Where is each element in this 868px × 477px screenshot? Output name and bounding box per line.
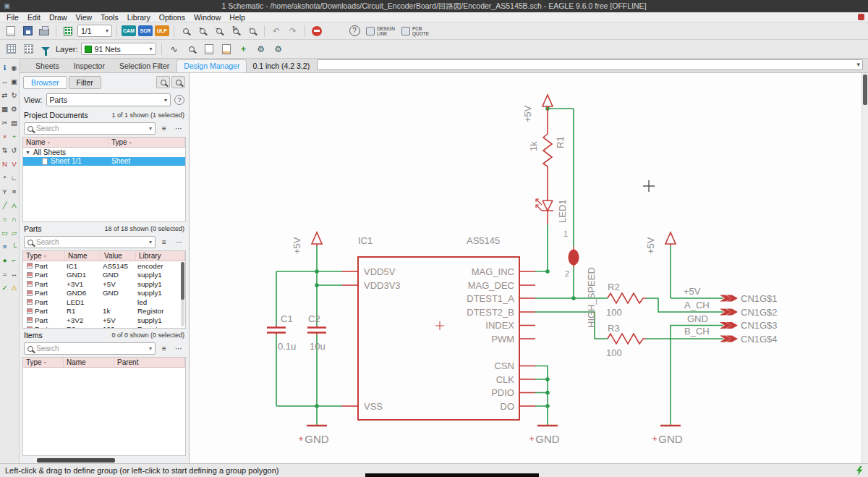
preferences-button[interactable]: ⚙: [271, 42, 286, 56]
panel-help-button[interactable]: ?: [174, 95, 184, 105]
gnd-label-left[interactable]: GND: [305, 433, 329, 445]
subtab-filter[interactable]: Filter: [69, 76, 101, 89]
layer-select[interactable]: 91 Nets ▾: [81, 43, 156, 55]
resistor-r2[interactable]: [608, 293, 646, 303]
tool-errors-button[interactable]: ⚠: [9, 281, 19, 295]
tool-junction-button[interactable]: ●: [0, 253, 9, 267]
menu-tools[interactable]: Tools: [96, 13, 123, 22]
tool-miter-button[interactable]: ∟: [9, 171, 19, 185]
tool-erc-button[interactable]: ✓: [0, 281, 9, 295]
tool-name-button[interactable]: N: [0, 157, 9, 171]
schematic-canvas[interactable]: IC1 AS5145 C1 0.1u C2 10u +5V +5V +5V 1k…: [190, 73, 868, 463]
cam-button[interactable]: CAM: [122, 25, 136, 36]
tool-display-button[interactable]: ◉: [9, 61, 19, 75]
ic-name-label[interactable]: IC1: [358, 235, 373, 246]
parts-table-row[interactable]: PartR2100Registor: [23, 325, 185, 329]
new-document-button[interactable]: [4, 24, 18, 38]
r2-value-label[interactable]: 100: [606, 307, 622, 318]
tool-group-button[interactable]: ▦: [0, 102, 9, 116]
tool-add-button[interactable]: +: [9, 130, 19, 143]
menu-window[interactable]: Window: [190, 13, 225, 22]
tree-root-row[interactable]: ▼ All Sheets: [23, 148, 185, 157]
tool-circle-button[interactable]: ○: [0, 212, 9, 226]
subtab-browser[interactable]: Browser: [23, 76, 67, 89]
tool-text-button[interactable]: A: [9, 198, 19, 212]
tool-copy-button[interactable]: ▣: [9, 75, 19, 88]
tool-rotate-button[interactable]: ↻: [9, 88, 19, 102]
connector-name-label[interactable]: CN1G$4: [741, 334, 778, 345]
parts-table-row[interactable]: PartR11kRegistor: [23, 307, 185, 316]
tool-label-button[interactable]: ⌐: [9, 253, 19, 267]
tool-move-button[interactable]: ↔: [0, 75, 9, 88]
tool-replace-button[interactable]: ↺: [9, 143, 19, 157]
list-options-button[interactable]: ≡: [158, 123, 170, 135]
high-speed-net-label[interactable]: HIGH_SPEED: [586, 267, 597, 328]
more-options-button[interactable]: ⋯: [173, 123, 184, 135]
led-led1[interactable]: [536, 194, 553, 224]
canvas-scrollbar[interactable]: [861, 73, 868, 463]
c2-value-label[interactable]: 10u: [310, 341, 326, 352]
schematic-drawing[interactable]: IC1 AS5145 C1 0.1u C2 10u +5V +5V +5V 1k…: [190, 73, 868, 463]
c2-name-label[interactable]: C2: [308, 313, 320, 324]
connector-name-label[interactable]: CN1G$2: [741, 307, 778, 318]
parts-table-row[interactable]: Part+3V2+5Vsupply1: [23, 316, 185, 325]
net-label-5v[interactable]: +5V: [684, 286, 701, 297]
grid-button[interactable]: [4, 42, 18, 56]
tool-delete-button[interactable]: ×: [0, 130, 9, 143]
tool-split-button[interactable]: Y: [0, 185, 9, 198]
parts-search-input[interactable]: Search ▾: [24, 236, 156, 248]
resistor-r1[interactable]: [543, 109, 552, 194]
menu-view[interactable]: View: [72, 13, 97, 22]
zoom-in-button[interactable]: +: [195, 24, 210, 38]
zoom-net-button[interactable]: [184, 42, 199, 56]
zoom-fit-button[interactable]: [179, 24, 193, 38]
parts-table-row[interactable]: Part+3V1+5Vsupply1: [23, 279, 185, 289]
parts-table-row[interactable]: PartGND1GNDsupply1: [23, 271, 185, 280]
tool-polygon-button[interactable]: ▱: [9, 226, 19, 240]
r2-name-label[interactable]: R2: [608, 282, 620, 292]
menu-draw[interactable]: Draw: [45, 13, 72, 22]
tool-dimension-button[interactable]: ↔: [9, 267, 19, 281]
grid-dots-button[interactable]: [21, 42, 35, 56]
tab-selection-filter[interactable]: Selection Filter: [112, 59, 176, 72]
tool-mirror-button[interactable]: ⇄: [0, 88, 9, 102]
help-button[interactable]: ?: [347, 24, 362, 38]
project-search-input[interactable]: Search ▾: [24, 122, 156, 135]
tool-rect-button[interactable]: ▭: [0, 226, 9, 240]
tool-invoke-button[interactable]: ≡: [9, 185, 19, 198]
ic-value-label[interactable]: AS5145: [467, 235, 500, 246]
save-button[interactable]: [20, 24, 35, 38]
capacitor-c1[interactable]: [267, 326, 286, 335]
sheet-thumbnails-button[interactable]: [61, 24, 75, 38]
scrollbar-thumb[interactable]: [181, 262, 184, 300]
design-link-button[interactable]: DESIGN LINK: [364, 26, 397, 36]
parts-table-row[interactable]: PartGND6GNDsupply1: [23, 289, 185, 298]
sheet-selector[interactable]: 1/1 ▾: [77, 25, 112, 37]
vcc-label-right[interactable]: +5V: [645, 237, 656, 254]
zoom-select-button[interactable]: ▫: [245, 24, 260, 38]
tool-bus-button[interactable]: ≡: [0, 240, 9, 253]
resistor-r3[interactable]: [608, 334, 646, 344]
tab-inspector[interactable]: Inspector: [67, 59, 112, 72]
undo-button[interactable]: ↶: [269, 24, 284, 38]
scr-button[interactable]: SCR: [138, 25, 153, 36]
tool-paste-button[interactable]: ▤: [9, 116, 19, 130]
more-options-button[interactable]: ⋯: [173, 343, 184, 355]
connector-name-label[interactable]: CN1G$1: [741, 293, 778, 304]
copy-sheet-button[interactable]: [202, 42, 216, 56]
r1-value-label[interactable]: 1k: [528, 141, 539, 151]
scrollbar-thumb[interactable]: [863, 75, 867, 105]
command-input[interactable]: ▾: [317, 59, 863, 70]
tool-info-button[interactable]: ℹ: [0, 61, 9, 75]
net-label-a-ch[interactable]: A_CH: [684, 300, 710, 311]
net-label-b-ch[interactable]: B_CH: [684, 326, 710, 337]
solder-jumper[interactable]: [569, 247, 579, 267]
r1-name-label[interactable]: R1: [555, 136, 566, 148]
parts-table-row[interactable]: PartIC1AS5145encoder: [23, 261, 185, 271]
list-options-button[interactable]: ≡: [158, 343, 170, 355]
vcc-label-left[interactable]: +5V: [292, 237, 302, 254]
stop-button[interactable]: [310, 24, 324, 38]
tool-smash-button[interactable]: *: [0, 171, 9, 185]
gnd-label-middle[interactable]: GND: [535, 433, 560, 445]
connector-arrows[interactable]: [720, 295, 738, 342]
